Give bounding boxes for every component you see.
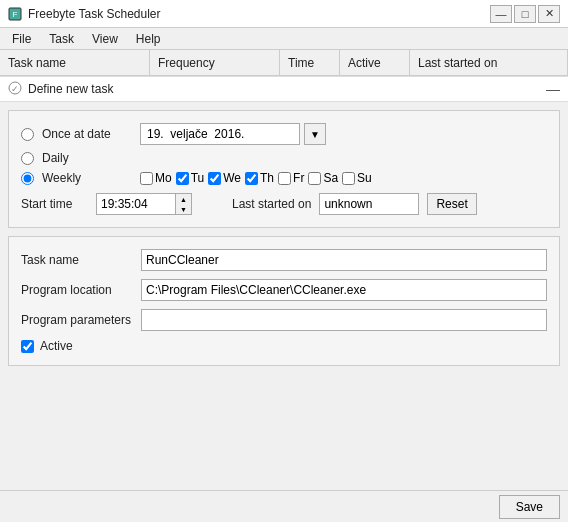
start-time-label: Start time [21,197,86,211]
footer: Save [0,490,568,522]
col-header-active: Active [340,50,410,75]
program-location-input[interactable] [141,279,547,301]
window-controls: — □ ✕ [490,5,560,23]
once-at-date-row: Once at date ▼ [21,123,547,145]
start-time-input[interactable] [96,193,176,215]
svg-text:F: F [13,10,18,19]
task-details-panel: Task name Program location Program param… [8,236,560,366]
close-button[interactable]: ✕ [538,5,560,23]
last-started-input[interactable] [319,193,419,215]
svg-text:✓: ✓ [11,83,19,93]
tu-checkbox[interactable] [176,172,189,185]
time-up-button[interactable]: ▲ [176,194,191,204]
sa-checkbox[interactable] [308,172,321,185]
day-tu: Tu [176,171,205,185]
menu-bar: File Task View Help [0,28,568,50]
fr-checkbox[interactable] [278,172,291,185]
time-down-button[interactable]: ▼ [176,204,191,214]
date-field: ▼ [140,123,326,145]
date-picker-button[interactable]: ▼ [304,123,326,145]
time-input-wrap: ▲ ▼ [96,193,192,215]
minimize-button[interactable]: — [490,5,512,23]
table-header: Task name Frequency Time Active Last sta… [0,50,568,76]
window-title: Freebyte Task Scheduler [28,7,161,21]
day-su: Su [342,171,372,185]
th-checkbox[interactable] [245,172,258,185]
maximize-button[interactable]: □ [514,5,536,23]
day-th: Th [245,171,274,185]
active-label: Active [40,339,73,353]
last-started-wrap: Last started on Reset [232,193,477,215]
program-location-label: Program location [21,283,141,297]
weekly-radio[interactable] [21,172,34,185]
once-label: Once at date [42,127,132,141]
we-checkbox[interactable] [208,172,221,185]
last-started-label: Last started on [232,197,311,211]
menu-view[interactable]: View [84,30,126,48]
menu-help[interactable]: Help [128,30,169,48]
active-row: Active [21,339,547,353]
day-we: We [208,171,241,185]
app-icon: F [8,7,22,21]
mo-checkbox[interactable] [140,172,153,185]
start-time-row: Start time ▲ ▼ Last started on Reset [21,193,547,215]
once-radio[interactable] [21,128,34,141]
program-parameters-input[interactable] [141,309,547,331]
col-header-last-started: Last started on [410,50,568,75]
reset-button[interactable]: Reset [427,193,476,215]
day-sa: Sa [308,171,338,185]
menu-file[interactable]: File [4,30,39,48]
col-header-task-name: Task name [0,50,150,75]
program-parameters-row: Program parameters [21,309,547,331]
define-task-bar: ✓ Define new task — [0,76,568,102]
col-header-frequency: Frequency [150,50,280,75]
day-mo: Mo [140,171,172,185]
task-name-row: Task name [21,249,547,271]
weekly-row: Weekly Mo Tu We Th Fr [21,171,547,185]
program-parameters-label: Program parameters [21,313,141,327]
time-spinner: ▲ ▼ [176,193,192,215]
col-header-time: Time [280,50,340,75]
program-location-row: Program location [21,279,547,301]
define-task-label: Define new task [28,82,113,96]
daily-radio[interactable] [21,152,34,165]
title-bar: F Freebyte Task Scheduler — □ ✕ [0,0,568,28]
menu-task[interactable]: Task [41,30,82,48]
daily-label: Daily [42,151,132,165]
define-task-icon: ✓ [8,81,22,98]
weekly-days: Mo Tu We Th Fr Sa [140,171,372,185]
task-name-label: Task name [21,253,141,267]
save-button[interactable]: Save [499,495,560,519]
date-input[interactable] [140,123,300,145]
collapse-icon[interactable]: — [546,81,560,97]
schedule-panel: Once at date ▼ Daily Weekly Mo Tu We [8,110,560,228]
day-fr: Fr [278,171,304,185]
su-checkbox[interactable] [342,172,355,185]
weekly-label: Weekly [42,171,132,185]
daily-row: Daily [21,151,547,165]
active-checkbox[interactable] [21,340,34,353]
task-name-input[interactable] [141,249,547,271]
